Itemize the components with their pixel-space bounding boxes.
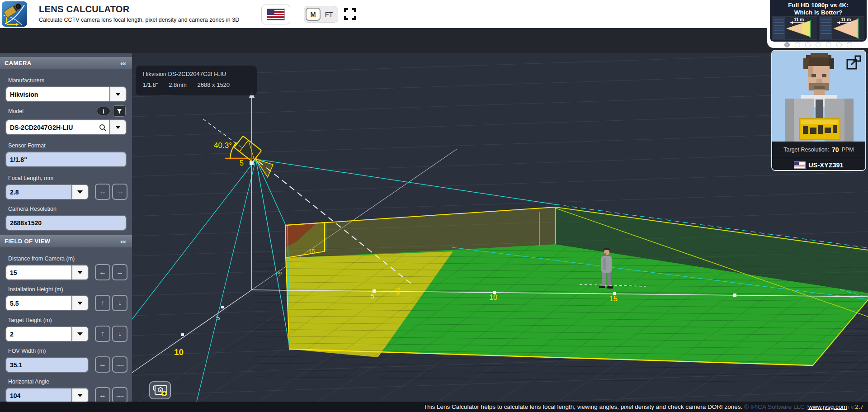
carousel-dot[interactable] bbox=[847, 42, 852, 47]
video-thumb-4k[interactable]: 11 m bbox=[819, 16, 864, 40]
carousel-dot[interactable] bbox=[805, 42, 811, 47]
unit-feet-button[interactable]: FT bbox=[321, 8, 336, 21]
language-flag-button[interactable] bbox=[261, 5, 290, 24]
chevron-down-icon bbox=[115, 126, 121, 129]
tooltip-resolution: 2688 x 1520 bbox=[198, 81, 230, 88]
sensor-format-value: 1/1.8" bbox=[10, 156, 27, 163]
unit-meters-button[interactable]: M bbox=[306, 8, 321, 21]
manufacturers-label: Manufacturers bbox=[8, 77, 44, 84]
sensor-format-field: 1/1.8" bbox=[5, 152, 127, 167]
popout-icon[interactable] bbox=[845, 54, 862, 71]
model-dropdown-button[interactable] bbox=[109, 120, 126, 134]
target-down-button[interactable]: ↓ bbox=[112, 326, 127, 342]
installation-up-button[interactable]: ↑ bbox=[95, 295, 110, 311]
near-wall bbox=[286, 223, 325, 258]
installation-height-dropdown-button[interactable] bbox=[71, 296, 88, 310]
filter-icon bbox=[116, 108, 123, 114]
distance-label: Distance from Camera (m) bbox=[8, 256, 75, 262]
target-resolution-bar: Target Resolution: 70 PPM bbox=[772, 142, 865, 157]
manufacturer-dropdown-button[interactable] bbox=[109, 87, 126, 101]
tooltip-focal: 2.8mm bbox=[169, 81, 187, 88]
collapse-section-icon[interactable]: ‹‹‹ bbox=[120, 59, 126, 67]
camera-info-tooltip: Hikvision DS-2CD2047G2H-LIU 1/1.8" 2.8mm… bbox=[136, 66, 257, 95]
fov-section-title: FIELD OF VIEW bbox=[5, 238, 50, 245]
manufacturer-select[interactable]: Hikvision bbox=[5, 86, 127, 102]
version-number: 2.7 bbox=[855, 403, 863, 410]
unit-toggle[interactable]: M FT bbox=[304, 6, 338, 23]
camera-section-title: CAMERA bbox=[5, 60, 31, 66]
svg-text:11 m: 11 m bbox=[794, 17, 804, 22]
video-thumb-1080p[interactable]: 11 m bbox=[772, 16, 817, 40]
carousel-dot[interactable] bbox=[784, 42, 790, 47]
jvsg-link[interactable]: www.jvsg.com bbox=[808, 403, 847, 410]
search-icon[interactable] bbox=[99, 124, 107, 132]
target-preview-photo bbox=[772, 51, 865, 142]
fov-width-wider-button[interactable]: ↔ bbox=[95, 356, 110, 373]
chevron-down-icon bbox=[77, 271, 83, 274]
tooltip-sensor: 1/1.8" bbox=[143, 81, 158, 88]
focal-length-select[interactable]: 2.8 bbox=[5, 184, 89, 200]
installation-down-button[interactable]: ↓ bbox=[112, 295, 127, 311]
svg-text:15: 15 bbox=[609, 295, 618, 303]
svg-text:5: 5 bbox=[216, 314, 220, 322]
svg-text:11 m: 11 m bbox=[841, 17, 851, 22]
version-prefix: ) v. bbox=[847, 403, 855, 410]
tooltip-model: Hikvision DS-2CD2047G2H-LIU bbox=[143, 71, 257, 77]
distance-decrease-button[interactable]: ← bbox=[95, 264, 110, 280]
model-select[interactable]: DS-2CD2047G2H-LIU bbox=[5, 119, 127, 135]
installation-height-value: 5.5 bbox=[10, 300, 19, 307]
carousel-dot[interactable] bbox=[836, 42, 842, 47]
svg-text:10: 10 bbox=[489, 294, 497, 301]
fov-width-narrower-button[interactable]: →← bbox=[112, 356, 127, 373]
ground-hit-label: 6.5 bbox=[395, 288, 401, 295]
distance-dropdown-button[interactable] bbox=[71, 265, 88, 279]
model-info-button[interactable]: i bbox=[97, 107, 110, 115]
horizontal-angle-select[interactable]: 104 bbox=[5, 388, 89, 403]
focal-length-value: 2.8 bbox=[10, 189, 19, 196]
video-title-line1: Full HD 1080p vs 4K: bbox=[770, 0, 867, 9]
horizontal-angle-dropdown-button[interactable] bbox=[71, 388, 88, 403]
video-title-line2: Which is Better? bbox=[770, 9, 867, 16]
target-preview-card: Target Resolution: 70 PPM US-XYZ391 bbox=[771, 50, 866, 171]
horizontal-angle-wider-button[interactable]: ↔ bbox=[95, 387, 110, 403]
collapse-section-icon[interactable]: ‹‹‹ bbox=[120, 237, 126, 245]
focal-wider-button[interactable]: ↔ bbox=[95, 184, 110, 200]
camera-section-header[interactable]: CAMERA ‹‹‹ bbox=[0, 57, 132, 69]
model-filter-button[interactable] bbox=[113, 105, 126, 117]
installation-height-select[interactable]: 5.5 bbox=[5, 295, 89, 311]
model-value: DS-2CD2047G2H-LIU bbox=[10, 124, 73, 131]
fullscreen-icon[interactable] bbox=[344, 8, 356, 20]
svg-text:-10: -10 bbox=[294, 260, 302, 267]
carousel-dot[interactable] bbox=[816, 42, 821, 47]
focal-length-dropdown-button[interactable] bbox=[71, 185, 88, 199]
horizontal-angle-narrower-button[interactable]: →← bbox=[112, 387, 127, 403]
focal-narrower-button[interactable]: →← bbox=[112, 184, 127, 200]
carousel-dot[interactable] bbox=[826, 42, 831, 47]
carousel-dot[interactable] bbox=[795, 42, 800, 47]
target-up-button[interactable]: ↑ bbox=[95, 326, 110, 342]
target-height-value: 2 bbox=[10, 331, 14, 338]
target-height-select[interactable]: 2 bbox=[5, 326, 89, 342]
us-flag-icon bbox=[267, 9, 285, 20]
target-height-label: Target Height (m) bbox=[8, 317, 52, 323]
installation-height-label: Installation Height (m) bbox=[8, 286, 63, 293]
fov-section-header[interactable]: FIELD OF VIEW ‹‹‹ bbox=[0, 235, 132, 247]
model-label: Model bbox=[8, 108, 24, 114]
svg-text:-15: -15 bbox=[307, 248, 315, 255]
carousel-dots bbox=[770, 42, 867, 48]
app-logo-icon bbox=[1, 1, 28, 27]
camera-height-label: 5 bbox=[240, 159, 244, 167]
app-header: LENS CALCULATOR Calculate CCTV camera le… bbox=[0, 0, 868, 28]
promo-video-card[interactable]: Full HD 1080p vs 4K: Which is Better? 11… bbox=[767, 0, 868, 48]
page-title: LENS CALCULATOR bbox=[39, 4, 129, 14]
scene-3d-viewport[interactable]: 40.3° 5 -5 -10 -15 5 10 15 5 10 6.5 bbox=[132, 53, 868, 402]
distance-increase-button[interactable]: → bbox=[112, 264, 127, 280]
camera-id-value: US-XYZ391 bbox=[808, 161, 843, 169]
page-subtitle: Calculate CCTV camera lens focal length,… bbox=[39, 17, 239, 23]
distance-select[interactable]: 15 bbox=[5, 265, 89, 280]
svg-text:-5: -5 bbox=[276, 270, 283, 277]
focal-length-label: Focal Length, mm bbox=[8, 175, 53, 181]
add-floorplan-button[interactable] bbox=[149, 381, 171, 399]
target-height-dropdown-button[interactable] bbox=[71, 327, 88, 341]
sensor-format-label: Sensor Format bbox=[8, 142, 46, 149]
